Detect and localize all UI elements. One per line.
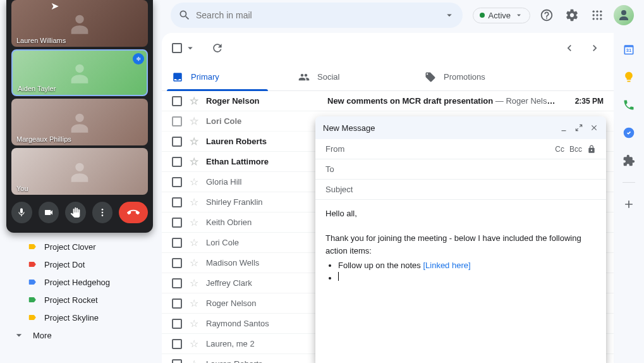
email-checkbox[interactable] <box>172 157 182 167</box>
call-participant[interactable]: Aiden Tayler <box>11 49 148 96</box>
email-checkbox[interactable] <box>172 96 182 106</box>
compose-subject[interactable]: Subject <box>315 180 606 200</box>
call-participant[interactable]: Lauren Williams <box>11 0 148 47</box>
keep-icon[interactable] <box>623 71 635 83</box>
raise-hand-button[interactable] <box>65 202 86 223</box>
bcc-toggle[interactable]: Bcc <box>569 145 582 154</box>
search-icon <box>178 9 191 22</box>
star-icon[interactable]: ☆ <box>190 115 198 127</box>
sidebar-label[interactable]: Project Clover <box>5 238 162 255</box>
select-all[interactable] <box>172 42 196 54</box>
svg-point-20 <box>75 163 83 171</box>
email-sender: Jeffrey Clark <box>206 278 320 288</box>
email-checkbox[interactable] <box>172 258 182 268</box>
minimize-icon[interactable] <box>559 123 568 132</box>
compose-from[interactable]: From Cc Bcc <box>315 139 606 159</box>
tab-promotions[interactable]: Promotions <box>415 63 541 90</box>
mute-button[interactable] <box>11 202 32 223</box>
email-checkbox[interactable] <box>172 238 182 248</box>
star-icon[interactable]: ☆ <box>190 216 198 228</box>
svg-rect-17 <box>138 57 139 61</box>
svg-point-15 <box>75 65 83 73</box>
lock-icon[interactable] <box>587 145 596 154</box>
search-bar[interactable] <box>171 3 463 28</box>
email-checkbox[interactable] <box>172 116 182 126</box>
star-icon[interactable]: ☆ <box>190 338 198 350</box>
star-icon[interactable]: ☆ <box>190 277 198 289</box>
status-chip[interactable]: Active <box>473 8 530 23</box>
star-icon[interactable]: ☆ <box>190 196 198 208</box>
star-icon[interactable]: ☆ <box>190 237 198 249</box>
participant-name: Margeaux Phillips <box>16 135 71 143</box>
compose-header[interactable]: New Message <box>315 116 606 139</box>
star-icon[interactable]: ☆ <box>190 317 198 329</box>
star-icon[interactable]: ☆ <box>190 95 198 107</box>
label-text: Project Rocket <box>44 295 98 305</box>
compose-to[interactable]: To <box>315 159 606 180</box>
email-checkbox[interactable] <box>172 298 182 309</box>
help-icon[interactable] <box>538 6 556 24</box>
star-icon[interactable]: ☆ <box>190 135 198 147</box>
close-icon[interactable] <box>590 123 598 132</box>
email-sender: Madison Wells <box>206 258 320 268</box>
refresh-icon[interactable] <box>209 39 226 57</box>
tab-label: Social <box>317 72 339 82</box>
add-addon-icon[interactable] <box>623 198 635 211</box>
svg-point-0 <box>593 11 595 13</box>
sidebar-more-label: More <box>33 331 52 340</box>
email-checkbox[interactable] <box>172 177 182 187</box>
calendar-icon[interactable]: 31 <box>623 43 635 56</box>
email-checkbox[interactable] <box>172 218 182 228</box>
email-sender: Raymond Santos <box>206 319 320 328</box>
email-row[interactable]: ☆ Roger Nelson New comments on MCR draft… <box>162 91 614 111</box>
compose-link[interactable]: [Linked here] <box>423 261 470 270</box>
more-options-button[interactable] <box>92 202 113 223</box>
sidebar-more[interactable]: More <box>5 326 162 344</box>
star-icon[interactable]: ☆ <box>190 358 198 363</box>
email-checkbox[interactable] <box>172 339 182 349</box>
email-checkbox[interactable] <box>172 137 182 147</box>
search-input[interactable] <box>196 10 439 20</box>
select-all-checkbox[interactable] <box>172 43 182 53</box>
label-tag-icon <box>28 242 37 251</box>
phone-icon[interactable] <box>623 99 635 111</box>
camera-button[interactable] <box>39 202 59 223</box>
prev-page-icon[interactable] <box>561 39 578 57</box>
sidebar-label[interactable]: Project Rocket <box>5 291 162 309</box>
svg-point-9 <box>621 10 626 15</box>
email-sender: Lauren Roberts <box>206 359 320 363</box>
tab-social[interactable]: Social <box>288 63 415 90</box>
tab-primary[interactable]: Primary <box>162 63 288 90</box>
email-checkbox[interactable] <box>172 359 182 364</box>
fullscreen-icon[interactable] <box>574 123 583 132</box>
compose-body[interactable]: Hello all, Thank you for joining the mee… <box>315 200 606 292</box>
email-checkbox[interactable] <box>172 278 182 288</box>
svg-point-7 <box>596 18 598 20</box>
account-avatar[interactable] <box>614 5 634 25</box>
status-dot-icon <box>480 13 485 18</box>
tasks-icon[interactable] <box>623 126 635 139</box>
settings-icon[interactable] <box>563 6 581 24</box>
sidebar-label[interactable]: Project Skyline <box>5 309 162 326</box>
call-participant[interactable]: Margeaux Phillips <box>11 99 148 145</box>
call-participant[interactable]: You <box>11 148 148 195</box>
email-sender: Lauren, me 2 <box>206 339 320 348</box>
contacts-icon[interactable] <box>623 154 635 167</box>
email-checkbox[interactable] <box>172 197 182 207</box>
svg-point-6 <box>593 18 595 20</box>
star-icon[interactable]: ☆ <box>190 156 198 168</box>
sidebar-label[interactable]: Project Hedgehog <box>5 273 162 291</box>
star-icon[interactable]: ☆ <box>190 176 198 188</box>
apps-icon[interactable] <box>588 6 606 24</box>
star-icon[interactable]: ☆ <box>190 297 198 309</box>
sidebar-label[interactable]: Project Dot <box>5 255 162 273</box>
svg-point-3 <box>593 14 595 16</box>
next-page-icon[interactable] <box>586 39 604 57</box>
search-options-icon[interactable] <box>444 9 455 21</box>
star-icon[interactable]: ☆ <box>190 257 198 269</box>
label-tag-icon <box>28 278 37 286</box>
hangup-button[interactable] <box>119 202 148 223</box>
compose-title: New Message <box>323 123 375 133</box>
cc-toggle[interactable]: Cc <box>555 145 564 154</box>
email-checkbox[interactable] <box>172 319 182 329</box>
